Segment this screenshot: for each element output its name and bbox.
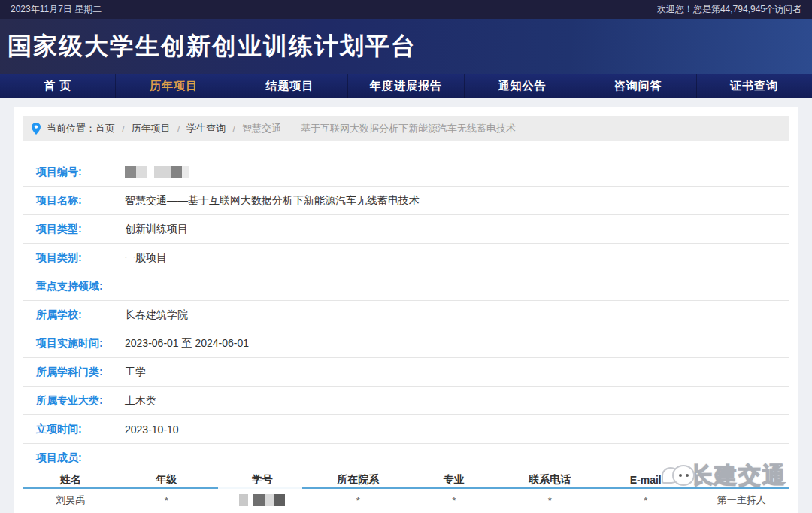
nav-item-certificate-query[interactable]: 证书查询 <box>697 74 812 98</box>
nav-item-past-projects[interactable]: 历年项目 <box>116 74 232 98</box>
field-value: 2023-06-01 至 2024-06-01 <box>125 337 249 351</box>
nav-item-annual-progress-report[interactable]: 年度进展报告 <box>348 74 464 98</box>
field-label: 项目名称: <box>36 194 125 208</box>
member-name: 刘昊禹 <box>23 493 119 507</box>
field-row-project-members: 项目成员: <box>23 444 789 472</box>
field-row-project-category: 项目类别: 一般项目 <box>23 244 789 272</box>
member-role: 第一主持人 <box>694 493 790 507</box>
field-row-project-number: 项目编号: <box>23 158 789 187</box>
main-nav: 首 页 历年项目 结题项目 年度进展报告 通知公告 咨询问答 证书查询 <box>0 74 812 98</box>
visitor-counter: 欢迎您！您是第44,794,945个访问者 <box>657 3 801 16</box>
top-strip: 2023年11月7日 星期二 欢迎您！您是第44,794,945个访问者 <box>0 0 812 19</box>
col-header-major: 专业 <box>406 473 502 487</box>
breadcrumb-separator: / <box>232 123 235 135</box>
nav-item-qa[interactable]: 咨询问答 <box>580 74 696 98</box>
col-header-department: 所在院系 <box>311 473 407 487</box>
location-pin-icon <box>32 123 41 135</box>
redacted-student-id <box>214 494 311 506</box>
field-label: 所属学校: <box>36 308 125 322</box>
member-student-id-redacted <box>214 494 311 506</box>
field-value: 2023-10-10 <box>125 423 179 436</box>
field-value: 智慧交通——基于互联网大数据分析下新能源汽车无线蓄电技术 <box>125 194 420 208</box>
field-label: 所属专业大类: <box>36 394 125 408</box>
breadcrumb: 当前位置： 首页 / 历年项目 / 学生查询 / 智慧交通——基于互联网大数据分… <box>23 116 789 141</box>
nav-item-notices[interactable]: 通知公告 <box>465 74 580 98</box>
field-value: 长春建筑学院 <box>125 308 188 322</box>
breadcrumb-home[interactable]: 首页 <box>95 122 115 135</box>
field-row-approval-date: 立项时间: 2023-10-10 <box>23 415 789 444</box>
field-row-project-name: 项目名称: 智慧交通——基于互联网大数据分析下新能源汽车无线蓄电技术 <box>23 187 789 215</box>
redacted-project-number <box>125 166 189 178</box>
field-value: 创新训练项目 <box>125 223 188 236</box>
member-phone: * <box>502 495 598 506</box>
redaction-blur-patch <box>218 484 302 492</box>
field-label: 项目编号: <box>36 165 125 179</box>
col-header-phone: 联系电话 <box>502 473 598 487</box>
col-header-name: 姓名 <box>23 473 119 487</box>
field-label: 所属学科门类: <box>36 366 125 379</box>
nav-item-concluded-projects[interactable]: 结题项目 <box>232 74 348 98</box>
project-detail-fields: 项目编号: 项目名称: 智慧交通——基于互联网大数据分析下新能源汽车无线蓄电技术… <box>23 158 789 472</box>
breadcrumb-student-query[interactable]: 学生查询 <box>186 122 226 135</box>
field-row-major-category: 所属专业大类: 土木类 <box>23 387 789 415</box>
field-label: 项目成员: <box>36 451 125 465</box>
member-row: 刘昊禹 * * * * * 第一主持人 <box>23 489 789 511</box>
col-header-grade: 年级 <box>119 473 215 487</box>
field-value: 一般项目 <box>125 251 167 265</box>
nav-item-home[interactable]: 首 页 <box>0 74 116 98</box>
field-row-implementation-period: 项目实施时间: 2023-06-01 至 2024-06-01 <box>23 329 789 358</box>
field-label: 项目实施时间: <box>36 337 125 351</box>
site-banner: 国家级大学生创新创业训练计划平台 <box>0 19 812 74</box>
content-container: 当前位置： 首页 / 历年项目 / 学生查询 / 智慧交通——基于互联网大数据分… <box>14 107 798 513</box>
members-table-header: 姓名 年级 学号 所在院系 专业 联系电话 E-mail <box>23 472 789 489</box>
field-value: 土木类 <box>125 394 156 408</box>
breadcrumb-prefix: 当前位置： <box>47 122 95 135</box>
field-label: 重点支持领域: <box>36 280 125 293</box>
field-row-school: 所属学校: 长春建筑学院 <box>23 301 789 329</box>
field-row-discipline-category: 所属学科门类: 工学 <box>23 358 789 387</box>
site-title: 国家级大学生创新创业训练计划平台 <box>8 30 417 63</box>
col-header-email: E-mail <box>598 474 694 486</box>
field-row-project-type: 项目类型: 创新训练项目 <box>23 215 789 244</box>
breadcrumb-past-projects[interactable]: 历年项目 <box>132 122 171 135</box>
breadcrumb-separator: / <box>177 123 180 135</box>
field-label: 立项时间: <box>36 423 125 436</box>
current-date: 2023年11月7日 星期二 <box>11 3 102 16</box>
field-value: 工学 <box>125 366 146 379</box>
field-label: 项目类别: <box>36 251 125 265</box>
members-table: 姓名 年级 学号 所在院系 专业 联系电话 E-mail 刘昊禹 * * * *… <box>23 472 789 511</box>
breadcrumb-separator: / <box>122 123 125 135</box>
member-email: * <box>598 495 694 506</box>
breadcrumb-current-project: 智慧交通——基于互联网大数据分析下新能源汽车无线蓄电技术 <box>242 122 516 135</box>
field-label: 项目类型: <box>36 223 125 236</box>
member-department: * <box>311 495 407 506</box>
member-grade: * <box>119 495 215 506</box>
member-major: * <box>406 495 502 506</box>
field-row-key-support-area: 重点支持领域: <box>23 272 789 301</box>
